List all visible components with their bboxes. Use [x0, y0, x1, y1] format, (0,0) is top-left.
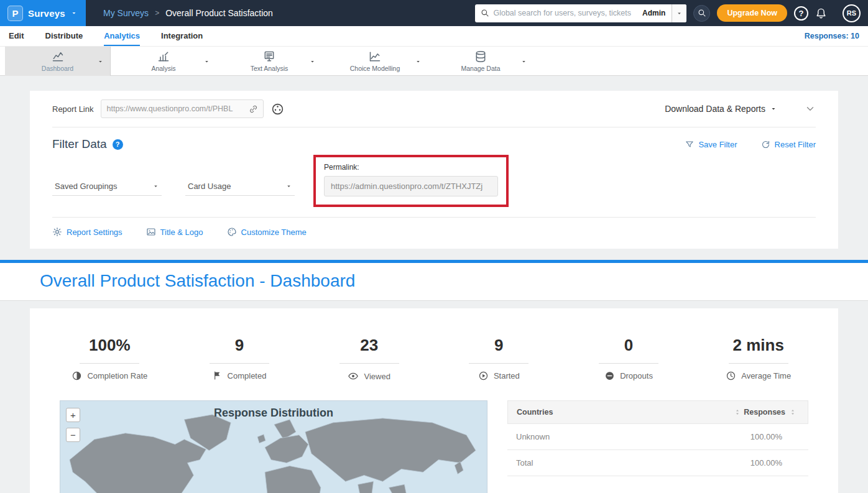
play-circle-icon: [478, 371, 489, 381]
link-icon[interactable]: [249, 104, 258, 114]
text-analysis-icon: [262, 50, 276, 63]
tab-edit[interactable]: Edit: [9, 26, 24, 46]
toolbar-item-analysis[interactable]: Analysis: [111, 47, 216, 76]
caret-down-icon: [415, 58, 422, 65]
upgrade-now-button[interactable]: Upgrade Now: [717, 4, 787, 22]
caret-down-icon: [520, 58, 527, 65]
global-search-input[interactable]: [493, 9, 636, 17]
sort-icon: [734, 408, 741, 416]
stat-completed: 9 Completed: [175, 336, 305, 382]
countries-table-header: Countries Responses: [507, 400, 808, 424]
toolbar-item-manage-data[interactable]: Manage Data: [428, 47, 533, 76]
table-row: Total 100.00%: [507, 450, 808, 476]
tab-integration[interactable]: Integration: [161, 26, 203, 46]
line-chart-icon: [51, 50, 65, 63]
refresh-icon: [761, 140, 770, 149]
customize-theme-link[interactable]: Customize Theme: [227, 227, 307, 237]
dashboard-panel: 100% Completion Rate 9 Completed 23: [30, 308, 838, 493]
divider: [729, 363, 788, 364]
title-logo-link[interactable]: Title & Logo: [146, 227, 203, 237]
report-link-input[interactable]: [106, 104, 245, 113]
divider: [469, 363, 529, 364]
eye-icon: [348, 371, 359, 382]
caret-down-icon: [309, 58, 316, 65]
palette-icon: [227, 227, 237, 237]
filter-data-heading: Filter Data: [52, 137, 107, 151]
saved-groupings-dropdown[interactable]: Saved Groupings: [52, 177, 162, 196]
caret-down-icon: [70, 9, 78, 17]
toolbar-item-text-analysis[interactable]: Text Analysis: [216, 47, 322, 76]
map-zoom-out-button[interactable]: −: [66, 428, 80, 442]
database-icon: [474, 50, 487, 63]
report-panel: Report Link Download Data & Reports Filt: [30, 91, 838, 249]
breadcrumb-my-surveys[interactable]: My Surveys: [103, 8, 149, 18]
global-search: Admin: [475, 4, 686, 22]
stats-row: 100% Completion Rate 9 Completed 23: [45, 336, 823, 382]
permalink-input[interactable]: [324, 176, 498, 196]
divider: [80, 363, 139, 364]
advanced-search-button[interactable]: [693, 5, 710, 22]
chevron-down-icon: [805, 103, 816, 114]
report-link-field: [101, 99, 264, 118]
divider: [599, 363, 658, 364]
toolbar-item-dashboard[interactable]: Dashboard: [5, 47, 111, 76]
caret-down-icon: [203, 58, 210, 65]
collapse-panel-chevron[interactable]: [805, 103, 816, 114]
questionpro-logo: P: [7, 6, 23, 21]
user-avatar[interactable]: RS: [843, 4, 861, 22]
map-title: Response Distribution: [60, 407, 487, 420]
stat-started: 9 Started: [434, 336, 564, 382]
page-title: Overall Product Satisfaction - Dashboard: [40, 271, 828, 291]
surveys-product-menu[interactable]: P Surveys: [0, 0, 86, 26]
responses-cell: 100.00%: [750, 458, 800, 468]
contrast-icon: [72, 371, 82, 381]
choice-modelling-icon: [368, 50, 382, 63]
responses-count: Responses: 10: [805, 26, 859, 46]
column-header-countries[interactable]: Countries: [517, 408, 553, 417]
responses-cell: 100.00%: [750, 432, 800, 441]
stat-dropouts: 0 Dropouts: [564, 336, 694, 382]
search-scope-label[interactable]: Admin: [636, 4, 672, 22]
tab-analytics[interactable]: Analytics: [104, 26, 140, 46]
caret-down-icon: [285, 183, 292, 190]
dashboard-title-band: Overall Product Satisfaction - Dashboard: [0, 260, 868, 301]
minus-circle-icon: [604, 371, 615, 381]
analytics-toolbar: Dashboard Analysis Text Analysis Choice …: [0, 47, 868, 76]
caret-down-icon: [97, 58, 104, 65]
notifications-bell-icon[interactable]: [815, 7, 827, 19]
report-link-label: Report Link: [52, 104, 93, 114]
country-cell: Total: [516, 458, 533, 468]
breadcrumb-separator: >: [155, 9, 159, 17]
divider: [339, 363, 399, 364]
caret-down-icon: [770, 105, 777, 113]
filter-help-badge[interactable]: ?: [113, 139, 123, 150]
caret-down-icon: [152, 183, 159, 190]
caret-down-icon: [676, 10, 683, 17]
map-zoom-controls: + −: [66, 408, 80, 442]
breadcrumb-current-survey: Overall Product Satisfaction: [165, 8, 273, 18]
card-usage-dropdown[interactable]: Card Usage: [185, 177, 295, 196]
help-button[interactable]: ?: [794, 6, 808, 21]
table-row: Unknown 100.00%: [507, 424, 808, 450]
download-data-reports-menu[interactable]: Download Data & Reports: [665, 104, 777, 114]
funnel-icon: [685, 140, 694, 149]
column-header-responses[interactable]: Responses: [744, 408, 785, 417]
reset-filter-button[interactable]: Reset Filter: [761, 140, 816, 149]
theme-wheel-icon[interactable]: [271, 103, 284, 116]
stat-average-time: 2 mins Average Time: [693, 336, 823, 382]
top-navbar: P Surveys My Surveys > Overall Product S…: [0, 0, 868, 26]
divider: [210, 363, 269, 364]
stat-completion-rate: 100% Completion Rate: [45, 336, 175, 382]
survey-section-tabs: Edit Distribute Analytics Integration Re…: [0, 26, 868, 47]
search-scope-dropdown[interactable]: [672, 4, 686, 22]
permalink-highlight-box: Permalink:: [313, 155, 509, 207]
toolbar-item-choice-modelling[interactable]: Choice Modelling: [322, 47, 428, 76]
analysis-chart-icon: [157, 50, 170, 63]
map-zoom-in-button[interactable]: +: [66, 408, 80, 422]
response-distribution-map[interactable]: + − Response Distribution: [60, 400, 487, 493]
tab-distribute[interactable]: Distribute: [45, 26, 83, 46]
sort-icon: [789, 408, 796, 416]
report-settings-link[interactable]: Report Settings: [52, 227, 122, 237]
save-filter-button[interactable]: Save Filter: [685, 140, 737, 149]
gear-icon: [52, 227, 62, 237]
